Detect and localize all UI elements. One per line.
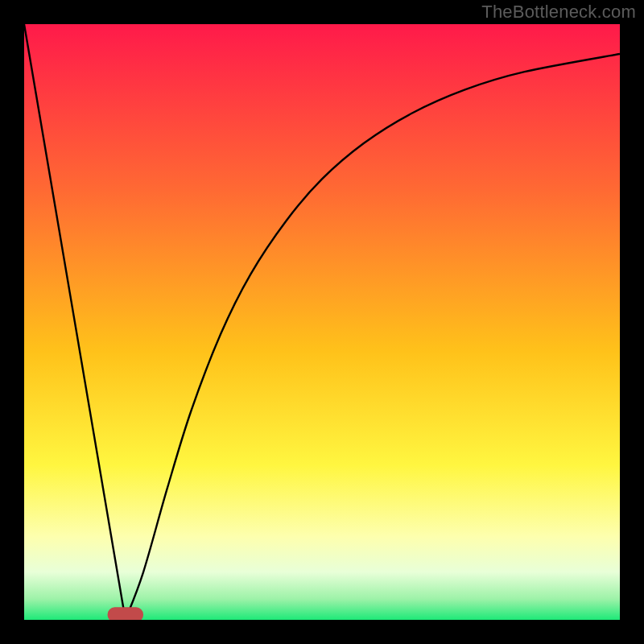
chart-svg [24, 24, 620, 620]
chart-frame: TheBottleneck.com [0, 0, 644, 644]
plot-area [24, 24, 620, 620]
gradient-background [24, 24, 620, 620]
vertex-marker [108, 607, 143, 620]
watermark-text: TheBottleneck.com [481, 2, 636, 23]
